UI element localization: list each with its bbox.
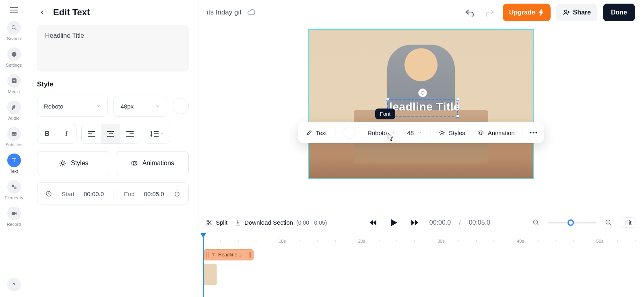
- line-height-group: [145, 124, 169, 144]
- fit-button[interactable]: Fit: [621, 217, 636, 228]
- svg-point-9: [62, 162, 64, 165]
- clip-label: Headline ...: [218, 252, 243, 258]
- upgrade-button[interactable]: Upgrade: [503, 4, 551, 21]
- text-icon: [211, 252, 216, 257]
- float-animation-label: Animation: [488, 129, 515, 136]
- ruler-tick: 40s: [517, 239, 524, 244]
- media-clip[interactable]: [204, 264, 217, 285]
- align-left-button[interactable]: [82, 124, 101, 143]
- sun-icon: [59, 159, 67, 167]
- float-color-button[interactable]: [338, 125, 361, 141]
- undo-button[interactable]: [462, 5, 477, 20]
- rail-elements[interactable]: Elements: [2, 178, 26, 203]
- rail-label: Audio: [8, 116, 19, 121]
- line-height-button[interactable]: [145, 124, 169, 143]
- rail-record[interactable]: Record: [2, 204, 26, 229]
- rail-label: Subtitles: [5, 142, 22, 147]
- color-swatch[interactable]: [173, 98, 189, 114]
- clip-grip[interactable]: [249, 252, 251, 258]
- italic-button[interactable]: I: [57, 124, 76, 143]
- split-button[interactable]: Split: [206, 219, 227, 226]
- align-center-button[interactable]: [101, 124, 120, 143]
- zoom-in-button[interactable]: [602, 216, 615, 229]
- upgrade-label: Upgrade: [509, 9, 535, 16]
- svg-rect-6: [12, 185, 14, 187]
- ruler-tick: 10s: [279, 239, 286, 244]
- fit-label: Fit: [625, 219, 632, 226]
- timeline-ruler: 10s 20s 30s 40s 50s: [203, 233, 644, 245]
- rotate-handle[interactable]: [418, 88, 427, 97]
- svg-point-14: [564, 10, 567, 12]
- panel-title: Edit Text: [53, 7, 90, 18]
- chevron-down-icon: [390, 130, 395, 135]
- float-styles-button[interactable]: Styles: [433, 125, 471, 141]
- ruler-tick: 30s: [438, 239, 445, 244]
- clip-grip[interactable]: [206, 252, 208, 258]
- end-value[interactable]: 00:05.0: [144, 190, 164, 197]
- align-right-button[interactable]: [120, 124, 140, 143]
- float-size-select[interactable]: 48: [401, 125, 427, 141]
- rail-label: Search: [7, 36, 21, 41]
- float-animation-button[interactable]: Animation: [472, 125, 520, 141]
- rail-text[interactable]: Text: [2, 151, 26, 176]
- rail-media[interactable]: Media: [2, 72, 26, 96]
- float-text-button[interactable]: Text: [300, 125, 332, 141]
- float-styles-label: Styles: [449, 129, 465, 136]
- rail-settings[interactable]: Settings: [2, 45, 26, 70]
- hamburger-icon[interactable]: [7, 3, 21, 17]
- styles-button[interactable]: Styles: [37, 151, 110, 175]
- rail-subtitles[interactable]: Subtitles: [2, 125, 26, 150]
- svg-point-19: [533, 132, 535, 133]
- headline-text[interactable]: leadline Title: [389, 100, 460, 113]
- text-clip[interactable]: Headline ...: [204, 249, 254, 260]
- float-more-button[interactable]: [526, 125, 542, 141]
- transport-bar: Split Download Section (0:00 - 0:05): [198, 212, 644, 233]
- size-value: 48px: [120, 103, 134, 110]
- resize-handle[interactable]: [386, 98, 389, 101]
- play-button[interactable]: [388, 216, 400, 229]
- ruler-tick: 50s: [597, 239, 604, 244]
- timeline[interactable]: 10s 20s 30s 40s 50s Headline ...: [198, 233, 644, 297]
- canvas[interactable]: leadline Title Font Text Roboto 48: [308, 29, 534, 179]
- main-area: its friday gif Upgrade Share Done: [198, 0, 644, 297]
- rail-search[interactable]: Search: [2, 18, 26, 43]
- font-tooltip: Font: [375, 109, 395, 119]
- font-value: Roboto: [44, 103, 63, 110]
- project-name[interactable]: its friday gif: [207, 8, 242, 16]
- font-select[interactable]: Roboto: [37, 96, 108, 117]
- download-icon: [235, 219, 241, 226]
- size-select[interactable]: 48px: [114, 96, 167, 117]
- float-font-select[interactable]: Roboto: [362, 125, 400, 141]
- done-button[interactable]: Done: [603, 4, 635, 21]
- bold-button[interactable]: B: [37, 124, 57, 143]
- rail-audio[interactable]: Audio: [2, 98, 26, 123]
- cloud-sync-icon[interactable]: [247, 8, 256, 17]
- resize-handle[interactable]: [456, 115, 459, 118]
- svg-marker-1: [12, 51, 16, 57]
- plus-icon: [7, 74, 21, 88]
- skip-forward-button[interactable]: [409, 216, 421, 229]
- start-value[interactable]: 00:00.0: [84, 190, 104, 197]
- time-current: 00:00.0: [429, 219, 451, 226]
- download-range: (0:00 - 0:05): [296, 219, 327, 226]
- chevron-down-icon: [160, 132, 164, 136]
- rail-label: Text: [10, 169, 18, 174]
- align-group: [81, 124, 140, 144]
- slider-thumb[interactable]: [568, 219, 574, 226]
- float-size-value: 48: [407, 129, 414, 136]
- back-button[interactable]: [37, 7, 47, 18]
- skip-back-button[interactable]: [367, 216, 380, 229]
- redo-button[interactable]: [483, 5, 497, 20]
- zoom-slider[interactable]: [548, 222, 597, 223]
- settings-icon: [7, 47, 21, 61]
- download-section-button[interactable]: Download Section (0:00 - 0:05): [235, 219, 327, 226]
- record-icon: [7, 207, 21, 220]
- end-label: End: [124, 190, 135, 197]
- help-button[interactable]: [7, 278, 21, 291]
- left-rail: Search Settings Media Audio Subtitles: [0, 0, 28, 297]
- share-button[interactable]: Share: [556, 4, 597, 21]
- animations-button[interactable]: Animations: [116, 151, 189, 175]
- zoom-out-button[interactable]: [530, 216, 543, 229]
- text-input[interactable]: Headline Title: [37, 25, 189, 72]
- scissors-icon: [206, 219, 213, 226]
